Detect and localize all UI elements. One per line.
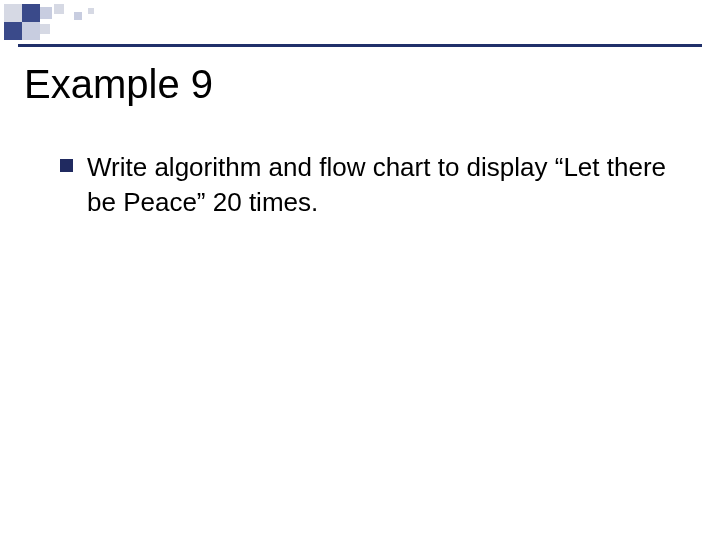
bullet-text: Write algorithm and flow chart to displa… — [87, 150, 680, 220]
slide-title: Example 9 — [24, 62, 213, 107]
bullet-item: Write algorithm and flow chart to displa… — [60, 150, 680, 220]
slide-content: Write algorithm and flow chart to displa… — [60, 150, 680, 220]
corner-decoration — [4, 4, 114, 44]
bullet-icon — [60, 159, 73, 172]
title-divider — [18, 44, 702, 47]
